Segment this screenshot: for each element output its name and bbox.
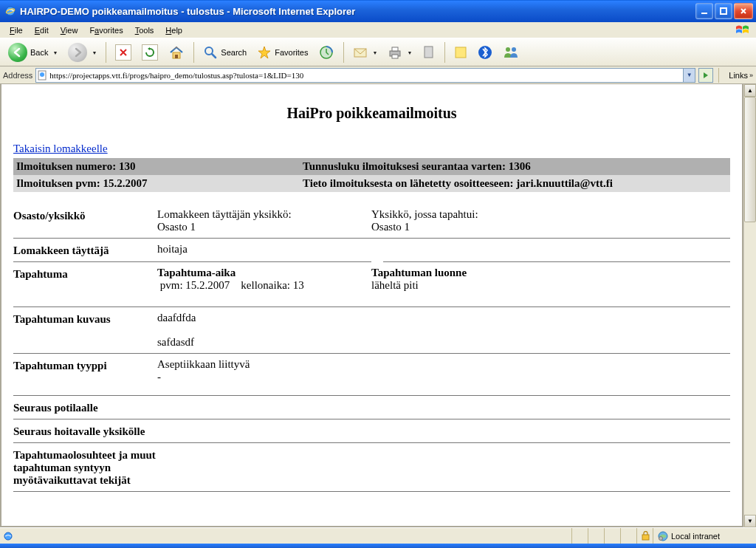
- svg-point-15: [506, 47, 510, 52]
- search-label: Search: [221, 48, 247, 57]
- menu-help[interactable]: Help: [160, 24, 188, 36]
- printer-icon: [388, 45, 402, 60]
- tracking-code: Tunnusluku ilmoituksesi seurantaa varten…: [300, 158, 730, 175]
- menu-edit[interactable]: Edit: [30, 24, 54, 36]
- links-panel[interactable]: Links »: [724, 71, 753, 80]
- address-input[interactable]: [48, 70, 683, 81]
- scroll-down-button[interactable]: ▼: [744, 515, 756, 527]
- security-zone: Local intranet: [671, 532, 720, 541]
- svg-rect-10: [392, 47, 398, 51]
- filler-unit-head: Lomakkeen täyttäjän yksikkö:: [157, 208, 371, 221]
- svg-rect-11: [392, 55, 398, 58]
- toolbar: Back ▼ ▼ Search Favorites ▼ ▼: [0, 38, 756, 66]
- scroll-thumb[interactable]: [744, 97, 756, 222]
- bluetooth-icon: [478, 45, 492, 60]
- sent-to-email: Tieto ilmoituksesta on lähetetty osoitte…: [300, 175, 730, 192]
- history-icon: [318, 44, 334, 61]
- svg-point-18: [40, 72, 44, 77]
- star-icon: [257, 45, 272, 60]
- svg-rect-2: [701, 13, 707, 14]
- filler-unit-value: Osasto 1: [157, 221, 371, 233]
- window-titlebar: HAIRPO-DEMO poikkeamailmoitus - tulostus…: [0, 0, 756, 22]
- go-button[interactable]: [698, 68, 713, 83]
- window-minimize-button[interactable]: [695, 3, 713, 19]
- window-maximize-button[interactable]: [715, 3, 732, 19]
- document-icon: [422, 45, 436, 60]
- mail-button[interactable]: ▼: [349, 41, 381, 64]
- menu-view[interactable]: View: [55, 24, 83, 36]
- ie-small-icon: [3, 531, 13, 541]
- messenger-button[interactable]: [499, 41, 523, 64]
- event-time-head: Tapahtuma-aika: [157, 267, 371, 279]
- forward-button[interactable]: ▼: [64, 41, 100, 64]
- people-icon: [503, 45, 519, 60]
- label-unit-consequence: Seuraus hoitavalle yksikölle: [13, 424, 145, 438]
- label-event-type: Tapahtuman tyyppi: [13, 358, 157, 383]
- home-icon: [168, 44, 185, 61]
- svg-point-16: [512, 47, 516, 52]
- scroll-track[interactable]: [744, 97, 756, 515]
- home-button[interactable]: [165, 41, 188, 64]
- label-event: Tapahtuma: [13, 267, 157, 292]
- back-button[interactable]: Back ▼: [4, 41, 61, 64]
- svg-rect-13: [456, 47, 466, 58]
- label-department: Osasto/yksikkö: [13, 208, 157, 233]
- menu-file[interactable]: File: [4, 24, 28, 36]
- notification-date: Ilmoituksen pvm: 15.2.2007: [13, 175, 300, 192]
- menu-bar: File Edit View Favorites Tools Help: [0, 22, 756, 38]
- search-button[interactable]: Search: [199, 41, 250, 64]
- mail-icon: [353, 46, 368, 59]
- lock-icon: [642, 531, 650, 541]
- label-description: Tapahtuman kuvaus: [13, 312, 157, 349]
- address-dropdown-button[interactable]: ▼: [683, 69, 695, 82]
- note-icon: [454, 46, 467, 59]
- label-patient-consequence: Seuraus potilaalle: [13, 400, 98, 414]
- address-label: Address: [3, 71, 32, 80]
- taskbar-peek: [0, 544, 756, 548]
- svg-rect-5: [175, 55, 178, 58]
- menu-favorites[interactable]: Favorites: [84, 24, 128, 36]
- refresh-icon: [142, 44, 158, 61]
- chevron-down-icon: ▼: [92, 50, 97, 55]
- page-favicon-icon: [36, 70, 48, 81]
- refresh-button[interactable]: [138, 41, 162, 64]
- bluetooth-button[interactable]: [474, 41, 496, 64]
- back-arrow-icon: [8, 43, 27, 62]
- edit-button[interactable]: [419, 41, 439, 64]
- event-time-value: pvm: 15.2.2007 kellonaika: 13: [157, 279, 371, 292]
- ie-logo-icon: [4, 5, 16, 17]
- event-unit-head: Yksikkö, jossa tapahtui:: [371, 208, 730, 221]
- menu-tools[interactable]: Tools: [130, 24, 159, 36]
- page-content: HaiPro poikkeamailmoitus Takaisin lomakk…: [0, 84, 743, 527]
- print-button[interactable]: ▼: [384, 41, 416, 64]
- svg-rect-20: [642, 535, 649, 540]
- note-button[interactable]: [450, 41, 471, 64]
- windows-flag-icon: [729, 22, 756, 38]
- event-nature-head: Tapahtuman luonne: [371, 267, 730, 279]
- window-close-button[interactable]: [734, 3, 753, 19]
- status-bar: Local intranet: [0, 527, 756, 544]
- event-unit-value: Osasto 1: [371, 221, 730, 233]
- event-type-sub: -: [157, 371, 730, 383]
- page-title: HaiPro poikkeamailmoitus: [13, 105, 730, 122]
- label-filler: Lomakkeen täyttäjä: [13, 243, 157, 257]
- back-to-form-link[interactable]: Takaisin lomakkeelle: [13, 143, 108, 155]
- notification-number: Ilmoituksen numero: 130: [13, 158, 300, 175]
- scroll-up-button[interactable]: ▲: [744, 84, 756, 97]
- event-nature-value: läheltä piti: [371, 279, 730, 292]
- vertical-scrollbar[interactable]: ▲ ▼: [743, 84, 756, 527]
- chevron-down-icon: ▼: [407, 50, 412, 55]
- forward-arrow-icon: [68, 43, 87, 62]
- favorites-label: Favorites: [275, 48, 308, 57]
- history-button[interactable]: [315, 41, 338, 64]
- stop-icon: [115, 44, 131, 61]
- links-label: Links: [729, 71, 748, 80]
- chevron-down-icon: ▼: [52, 50, 58, 55]
- address-input-wrap[interactable]: ▼: [35, 68, 695, 83]
- description-line2: safdasdf: [157, 336, 730, 349]
- favorites-button[interactable]: Favorites: [253, 41, 312, 64]
- back-label: Back: [30, 48, 48, 57]
- event-type-value: Aseptiikkaan liittyvä: [157, 358, 730, 371]
- stop-button[interactable]: [111, 41, 135, 64]
- zone-icon: [658, 531, 668, 541]
